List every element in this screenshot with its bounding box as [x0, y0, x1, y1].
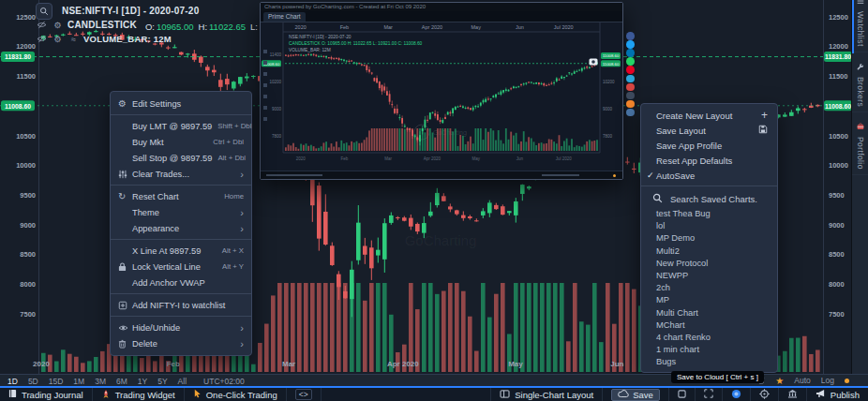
- menu-item-x-line-at-9897-59[interactable]: X Line At 9897.59Alt + X: [111, 243, 251, 259]
- save-button[interactable]: Save: [611, 389, 660, 401]
- auto-toggle[interactable]: Auto: [794, 376, 811, 385]
- svg-text:10500: 10500: [16, 132, 36, 141]
- cloud-icon: [618, 390, 629, 400]
- svg-text:9500: 9500: [20, 191, 36, 200]
- sliders-icon: [118, 170, 132, 179]
- layout-menu-item-autosave[interactable]: ✓AutoSave: [641, 168, 777, 183]
- saved-chart-new-protocol[interactable]: New Protocol: [641, 258, 777, 270]
- timeframe-1y[interactable]: 1Y: [138, 377, 147, 386]
- layout-menu-item-create-new-layout[interactable]: Create New Layout+: [641, 108, 777, 123]
- volume-settings-icon[interactable]: ⚙: [52, 35, 64, 44]
- side-tab-watchlist[interactable]: Watchlist: [852, 0, 868, 52]
- svg-text:12500: 12500: [16, 13, 36, 22]
- side-tab-label: Watchlist: [856, 11, 865, 47]
- timeframe-5y[interactable]: 5Y: [157, 377, 167, 386]
- menu-item-add-nifty-i-to-watchlist[interactable]: Add NIFTY-I to watchlist: [111, 297, 251, 313]
- menu-item-add-anchor-vwap[interactable]: Add Anchor VWAP: [111, 275, 251, 290]
- saved-chart-4-chart-renko[interactable]: 4 chart Renko: [641, 332, 777, 344]
- share-vk-icon[interactable]: [626, 109, 635, 117]
- timeframe-5d[interactable]: 5D: [28, 377, 38, 386]
- menu-item-hide-unhide[interactable]: Hide/Unhide›: [111, 319, 251, 335]
- svg-text:Feb: Feb: [341, 156, 349, 161]
- preview-tab[interactable]: Prime Chart: [263, 12, 306, 22]
- search-saved-charts[interactable]: Search Saved Charts.: [641, 189, 777, 208]
- saved-chart-1-min-chart[interactable]: 1 min chart: [641, 344, 777, 356]
- layout-menu: Create New Layout+Save LayoutSave App Pr…: [640, 103, 778, 373]
- share-linkedin-icon[interactable]: [626, 49, 635, 57]
- statusbar-trading-widget-button[interactable]: Trading Widget: [93, 388, 185, 401]
- layout-menu-item-save-layout[interactable]: Save Layout: [641, 123, 777, 138]
- statusbar-single-chart-layout-button[interactable]: Single-Chart Layout: [490, 388, 602, 401]
- saved-chart-mp[interactable]: MP: [641, 294, 777, 306]
- menu-item-theme[interactable]: Theme›: [111, 204, 251, 220]
- menu-item-appearance[interactable]: Appearance›: [111, 220, 251, 236]
- ohlc-value: 11022.65: [209, 22, 246, 32]
- series-settings-icon[interactable]: ⚙: [52, 21, 64, 30]
- share-facebook-icon[interactable]: [626, 32, 635, 40]
- menu-item-edit-settings[interactable]: ⚙Edit Settings: [111, 96, 251, 111]
- share-pinterest-icon[interactable]: [626, 66, 635, 74]
- menu-item-lock-vertical-line[interactable]: Lock Vertical LineAlt + Y: [111, 259, 251, 275]
- timezone-label[interactable]: UTC+02:00: [203, 377, 245, 386]
- log-toggle[interactable]: Log: [821, 376, 834, 385]
- statusbar-square-button[interactable]: [668, 388, 695, 401]
- menu-item-buy-lmt-9897-59[interactable]: Buy LMT @ 9897.59Shift + Dbl: [111, 118, 251, 134]
- square-icon: [678, 390, 686, 400]
- statusbar-bank-button[interactable]: [778, 388, 806, 401]
- saved-chart-2ch[interactable]: 2ch: [641, 282, 777, 294]
- saved-chart-mchart[interactable]: MChart: [641, 319, 777, 332]
- statusbar-target-button[interactable]: [750, 388, 778, 401]
- statusbar-expand-button[interactable]: [695, 388, 722, 401]
- hide-series-icon[interactable]: [36, 21, 48, 29]
- save-icon: [758, 125, 768, 136]
- statusbar-blue-circle-button[interactable]: [722, 388, 750, 401]
- timeframe-6m[interactable]: 6M: [116, 377, 127, 386]
- side-tab-portfolio[interactable]: Portfolio: [852, 112, 868, 175]
- timeframe-all[interactable]: All: [178, 377, 187, 386]
- share-reddit-icon[interactable]: [626, 83, 635, 92]
- saved-chart-multi-chart[interactable]: Multi Chart: [641, 307, 777, 319]
- menu-shortcut: Ctrl + Dbl: [213, 138, 244, 146]
- saved-chart-test-thea-bug[interactable]: test Thea Bug: [641, 208, 777, 220]
- layout-menu-item-reset-app-defaults[interactable]: Reset App Defaults: [641, 153, 777, 168]
- timeframe-1d[interactable]: 1D: [7, 377, 18, 386]
- layout-menu-label: Reset App Defaults: [656, 156, 768, 166]
- saved-chart-mp-demo[interactable]: MP Demo: [641, 232, 777, 245]
- search-label: Search Saved Charts.: [670, 194, 757, 204]
- saved-chart-newpp[interactable]: NEWPP: [641, 270, 777, 282]
- timeframe-15d[interactable]: 15D: [49, 377, 64, 386]
- share-email-icon[interactable]: [626, 100, 635, 109]
- svg-text:10200: 10200: [603, 80, 615, 84]
- share-tumblr-icon[interactable]: [626, 92, 635, 100]
- magnifier-icon[interactable]: [36, 3, 52, 20]
- angle-brackets-button[interactable]: <>: [295, 389, 312, 400]
- timeframe-1m[interactable]: 1M: [73, 377, 84, 386]
- statusbar-one-click-trading-button[interactable]: One-Click Trading: [185, 388, 287, 401]
- layout-menu-item-save-app-profile[interactable]: Save App Profile: [641, 138, 777, 153]
- share-whatsapp-icon[interactable]: [626, 57, 635, 66]
- menu-item-clear-trades[interactable]: Clear Trades...›: [111, 166, 251, 182]
- side-tab-brokers[interactable]: Brokers: [852, 52, 868, 112]
- saved-chart-bugs[interactable]: Bugs: [641, 356, 777, 368]
- statusbar-save-button[interactable]: Save: [602, 388, 668, 401]
- star-icon[interactable]: ★: [775, 376, 784, 386]
- hide-volume-icon[interactable]: [36, 35, 48, 43]
- saved-chart-lol[interactable]: lol: [641, 220, 777, 232]
- saved-chart-multi2[interactable]: Multi2: [641, 245, 777, 258]
- share-telegram-icon[interactable]: [626, 75, 635, 83]
- menu-item-buy-mkt[interactable]: Buy MktCtrl + Dbl: [111, 134, 251, 150]
- svg-text:Jul 2020: Jul 2020: [556, 156, 573, 161]
- svg-text:Jul 2020: Jul 2020: [554, 24, 574, 30]
- statusbar-trading-journal-button[interactable]: Trading Journal: [0, 388, 93, 401]
- share-twitter-icon[interactable]: [626, 40, 635, 49]
- statusbar--button[interactable]: <>: [287, 388, 322, 401]
- menu-separator: [111, 114, 251, 115]
- timeframe-3m[interactable]: 3M: [95, 377, 106, 386]
- menu-item-sell-stop-9897-59[interactable]: Sell Stop @ 9897.59Alt + Dbl: [111, 150, 251, 166]
- svg-text:10000: 10000: [829, 161, 848, 170]
- menu-item-delete[interactable]: Delete›: [111, 335, 251, 351]
- svg-text:Mar: Mar: [384, 156, 392, 161]
- menu-item-reset-chart[interactable]: ↻Reset ChartHome: [111, 188, 251, 204]
- statusbar-publish-button[interactable]: Publish: [806, 388, 868, 401]
- svg-text:10200: 10200: [269, 80, 281, 84]
